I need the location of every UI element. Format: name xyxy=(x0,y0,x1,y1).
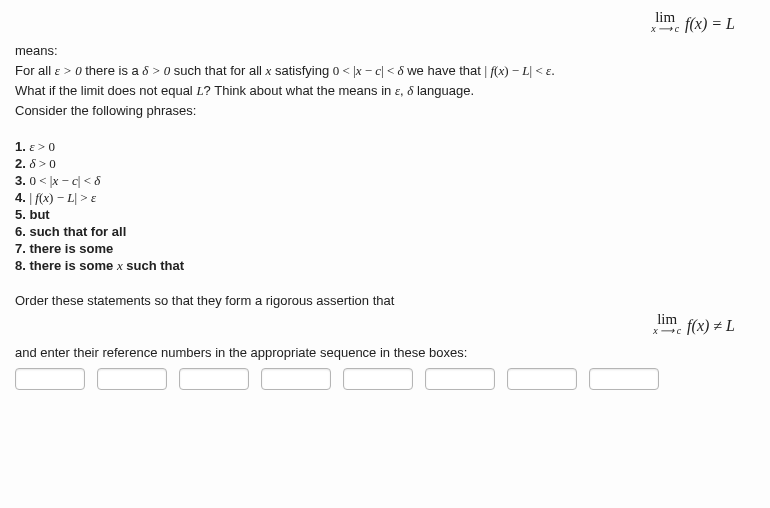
lim-label: lim xyxy=(651,10,679,24)
consider-line: Consider the following phrases: xyxy=(15,102,755,120)
epsilon-delta-definition: For all ε > 0 there is a δ > 0 such that… xyxy=(15,62,755,80)
text-frag: satisfying xyxy=(271,63,332,78)
text-frag: such that xyxy=(123,258,184,273)
text-frag: language. xyxy=(413,83,474,98)
text-frag: such that for all xyxy=(170,63,265,78)
phrase-5: 5. but xyxy=(15,206,755,223)
answer-box-4[interactable] xyxy=(261,368,331,390)
phrase-2: 2. δ > 0 xyxy=(15,155,755,172)
text-frag: For all xyxy=(15,63,55,78)
equation-limit-equals-L: lim x ⟶ c f(x) = L xyxy=(15,10,755,42)
answer-box-6[interactable] xyxy=(425,368,495,390)
text-frag: What if the limit does not equal xyxy=(15,83,196,98)
equation-limit-neq-L: lim x ⟶ c f(x) ≠ L xyxy=(15,312,755,344)
answer-box-8[interactable] xyxy=(589,368,659,390)
order-prompt: Order these statements so that they form… xyxy=(15,292,755,310)
text-frag: there is a xyxy=(82,63,143,78)
enter-prompt: and enter their reference numbers in the… xyxy=(15,344,755,362)
phrase-math: | f(x) − L| > ε xyxy=(29,190,96,205)
answer-box-7[interactable] xyxy=(507,368,577,390)
answer-inputs-row xyxy=(15,368,755,390)
math-L: L xyxy=(196,83,203,98)
lim-label: lim xyxy=(653,312,681,326)
phrase-num: 3. xyxy=(15,173,29,188)
phrase-1: 1. ε > 0 xyxy=(15,138,755,155)
math-eps-gt-0: ε > 0 xyxy=(55,63,82,78)
phrase-4: 4. | f(x) − L| > ε xyxy=(15,189,755,206)
phrase-math: ε > 0 xyxy=(29,139,54,154)
phrase-8: 8. there is some x such that xyxy=(15,257,755,274)
answer-box-2[interactable] xyxy=(97,368,167,390)
math-ineq1: 0 < |x − c| < δ xyxy=(333,63,404,78)
text-frag: we have that xyxy=(404,63,485,78)
phrase-num: 2. xyxy=(15,156,29,171)
question-line: What if the limit does not equal L? Thin… xyxy=(15,82,755,100)
math-ineq2: | f(x) − L| < ε xyxy=(485,63,552,78)
text-frag: 8. there is some xyxy=(15,258,117,273)
means-label: means: xyxy=(15,42,755,60)
lim-expr: f(x) = L xyxy=(685,15,735,32)
answer-box-1[interactable] xyxy=(15,368,85,390)
lim-subscript: x ⟶ c xyxy=(651,24,679,34)
phrase-list: 1. ε > 0 2. δ > 0 3. 0 < |x − c| < δ 4. … xyxy=(15,138,755,274)
lim-subscript: x ⟶ c xyxy=(653,326,681,336)
answer-box-3[interactable] xyxy=(179,368,249,390)
phrase-num: 4. xyxy=(15,190,29,205)
math-delta-gt-0: δ > 0 xyxy=(142,63,170,78)
text-frag: ? Think about what the means in xyxy=(204,83,395,98)
phrase-math: δ > 0 xyxy=(29,156,55,171)
phrase-3: 3. 0 < |x − c| < δ xyxy=(15,172,755,189)
phrase-6: 6. such that for all xyxy=(15,223,755,240)
phrase-7: 7. there is some xyxy=(15,240,755,257)
answer-box-5[interactable] xyxy=(343,368,413,390)
text-frag: . xyxy=(551,63,555,78)
phrase-math: 0 < |x − c| < δ xyxy=(29,173,100,188)
phrase-num: 1. xyxy=(15,139,29,154)
lim-expr: f(x) ≠ L xyxy=(687,317,735,334)
